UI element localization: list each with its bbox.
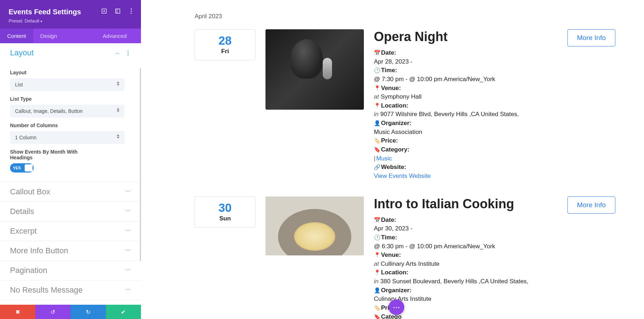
save-button[interactable]: ✔ [106,305,141,319]
section-excerpt: Excerpt ﹀ [0,221,141,241]
chevron-down-icon: ﹀ [125,286,131,294]
location-value: in 9077 Wilshire Blvd, Beverly Hills ,CA… [374,110,557,119]
list-type-label: List Type [10,96,131,102]
section-header-no-results[interactable]: No Results Message ﹀ [0,280,141,300]
chevron-down-icon: ﹀ [125,267,131,274]
date-label: Date: [381,216,396,223]
layout-select[interactable]: List [10,78,125,91]
link-icon: 🔗 [374,163,380,171]
calendar-icon: 📅 [374,49,380,57]
event-image [265,196,364,255]
organizer-value: Music Association [374,128,557,137]
event-details: Opera Night 📅Date: Apr 28, 2023 - 🕐Time:… [374,29,557,181]
section-callout-box: Callout Box ﹀ [0,182,141,202]
event-image [265,29,364,110]
date-label: Date: [381,49,396,56]
time-label: Time: [381,234,397,241]
section-header-pagination[interactable]: Pagination ﹀ [0,261,141,280]
organizer-label: Organizer: [381,287,411,294]
venue-label: Venue: [381,85,401,91]
preset-selector[interactable]: Preset: Default [9,18,132,24]
category-label: Category: [381,146,409,153]
layout-content: Layout List List Type Callout, Image, De… [0,63,141,182]
chevron-down-icon: ﹀ [125,208,131,215]
show-by-month-toggle[interactable]: YES [10,163,34,173]
toggle-label: YES [13,166,21,170]
section-header-callout[interactable]: Callout Box ﹀ [0,182,141,201]
month-heading: April 2023 [195,13,615,20]
expand-icon[interactable] [101,8,107,14]
chevron-down-icon: ﹀ [125,247,131,255]
section-header-layout[interactable]: Layout ︿ ⋮ [0,43,141,63]
section-header-excerpt[interactable]: Excerpt ﹀ [0,221,141,241]
time-value: @ 6:30 pm - @ 10:00 pm America/New_York [374,242,557,251]
tab-content[interactable]: Content [0,29,33,43]
sidebar-header: Events Feed Settings Preset: Default [0,0,141,29]
columns-select[interactable]: 1 Column [10,131,125,144]
event-title: Opera Night [374,29,557,44]
section-no-results: No Results Message ﹀ [0,280,141,300]
venue-label: Venue: [381,251,401,258]
date-value: Apr 28, 2023 - [374,58,557,66]
person-icon: 👤 [374,286,380,294]
website-link[interactable]: View Events Website [374,173,431,179]
time-label: Time: [381,67,397,74]
pin-icon: 📍 [374,251,380,259]
clock-icon: 🕐 [374,66,380,74]
svg-rect-2 [116,9,120,13]
section-header-more-info[interactable]: More Info Button ﹀ [0,241,141,260]
toggle-knob [25,164,33,171]
close-button[interactable]: ✖ [0,305,35,319]
more-info-button[interactable]: More Info [567,196,615,214]
tab-design[interactable]: Design [33,29,64,43]
section-pagination: Pagination ﹀ [0,261,141,280]
list-type-select[interactable]: Callout, Image, Details, Button [10,105,125,118]
venue-value: at Cullinary Arts Institute [374,260,557,269]
category-icon: 🔖 [374,313,380,319]
date-value: Apr 30, 2023 - [374,224,557,233]
redo-button[interactable]: ↻ [70,305,106,319]
undo-button[interactable]: ↺ [35,305,71,319]
sidebar-footer: ✖ ↺ ↻ ✔ [0,305,141,319]
tag-icon: 🏷️ [374,137,380,145]
event-title: Intro to Italian Cooking [374,196,557,211]
section-header-details[interactable]: Details ﹀ [0,202,141,221]
callout-weekday: Fri [195,48,255,55]
tab-advanced[interactable]: Advanced [96,29,141,43]
category-icon: 🔖 [374,146,380,154]
chevron-up-icon[interactable]: ︿ [115,50,120,56]
section-more-info: More Info Button ﹀ [0,241,141,261]
callout-box: 28 Fri [195,29,255,60]
more-icon[interactable] [128,8,135,14]
callout-box: 30 Sun [195,196,255,228]
panel-icon[interactable] [114,8,121,14]
organizer-label: Organizer: [381,120,411,126]
svg-point-4 [131,8,132,9]
settings-tabs: Content Design Advanced [0,29,141,43]
section-icons: ︿ ⋮ [115,50,131,56]
event-details: Intro to Italian Cooking 📅Date: Apr 30, … [374,196,557,319]
floating-action-button[interactable]: ⋯ [389,299,404,315]
pin-icon: 📍 [374,269,380,276]
svg-point-5 [131,10,132,11]
callout-day: 30 [195,202,255,214]
callout-day: 28 [195,35,255,46]
category-link[interactable]: Music [376,155,392,162]
pin-icon: 📍 [374,84,380,92]
calendar-icon: 📅 [374,216,380,224]
venue-value: at Symphony Hall [374,93,557,101]
svg-point-1 [103,10,105,12]
header-icon-group [101,8,135,14]
clock-icon: 🕐 [374,234,380,241]
section-title-layout: Layout [10,48,34,58]
more-info-button[interactable]: More Info [567,29,615,46]
settings-sidebar: Events Feed Settings Preset: Default Con… [0,0,141,319]
show-by-month-label: Show Events By Month With Headings [10,149,96,160]
time-value: @ 7:30 pm - @ 10:00 pm America/New_York [374,75,557,84]
callout-weekday: Sun [195,215,255,222]
section-details: Details ﹀ [0,202,141,221]
event-card: 28 Fri Opera Night 📅Date: Apr 28, 2023 -… [195,29,615,181]
layout-field-label: Layout [10,70,131,75]
section-more-icon[interactable]: ⋮ [125,50,131,56]
sidebar-body: Layout ︿ ⋮ Layout List List Type Callout… [0,43,141,305]
